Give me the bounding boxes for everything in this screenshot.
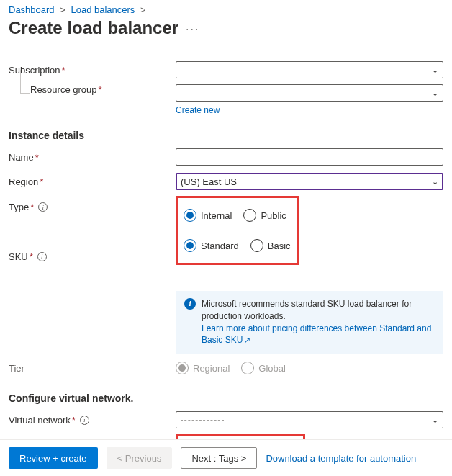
name-label: Name: [9, 152, 34, 163]
type-radio-public[interactable]: Public: [243, 209, 286, 222]
type-radio-internal[interactable]: Internal: [184, 209, 232, 222]
info-icon: i: [184, 298, 196, 310]
create-new-link[interactable]: Create new: [176, 105, 220, 115]
wizard-footer: Review + create < Previous Next : Tags >…: [0, 439, 452, 476]
info-icon[interactable]: i: [37, 252, 47, 261]
breadcrumb-load-balancers[interactable]: Load balancers: [71, 4, 135, 15]
download-template-link[interactable]: Download a template for automation: [266, 453, 416, 464]
review-create-button[interactable]: Review + create: [9, 447, 98, 469]
virtual-network-select[interactable]: ⌄: [176, 411, 443, 428]
sku-radio-group: Standard Basic: [184, 239, 291, 252]
tier-radio-group: Regional Global: [176, 362, 443, 374]
configure-vnet-heading: Configure virtual network.: [9, 392, 443, 404]
type-label: Type: [9, 202, 29, 212]
chevron-right-icon: >: [60, 4, 65, 15]
sku-radio-basic[interactable]: Basic: [250, 239, 291, 252]
info-icon[interactable]: i: [38, 202, 48, 212]
callout-text: Microsoft recommends standard SKU load b…: [202, 298, 435, 323]
highlight-type-sku: Internal Public Standard: [176, 196, 299, 265]
chevron-right-icon: >: [140, 4, 146, 15]
chevron-down-icon: ⌄: [432, 89, 438, 98]
breadcrumb: Dashboard > Load balancers >: [9, 0, 443, 17]
instance-details-heading: Instance details: [9, 130, 443, 141]
page-title: Create load balancer: [9, 18, 178, 38]
chevron-down-icon: ⌄: [432, 66, 438, 75]
subscription-select[interactable]: ⌄: [176, 61, 443, 78]
chevron-down-icon: ⌄: [432, 416, 438, 425]
name-input[interactable]: [176, 148, 443, 166]
subscription-label: Subscription: [9, 65, 60, 76]
chevron-down-icon: ⌄: [432, 177, 438, 187]
region-select[interactable]: (US) East US ⌄: [176, 173, 443, 190]
tier-radio-regional: Regional: [176, 362, 230, 374]
callout-link[interactable]: Learn more about pricing differences bet…: [202, 323, 431, 346]
breadcrumb-dashboard[interactable]: Dashboard: [9, 4, 55, 15]
sku-recommendation-callout: i Microsoft recommends standard SKU load…: [176, 291, 443, 354]
more-actions-icon[interactable]: ···: [186, 23, 199, 36]
next-button[interactable]: Next : Tags >: [181, 447, 257, 469]
type-radio-group: Internal Public: [184, 209, 286, 222]
region-label: Region: [9, 176, 38, 187]
tier-radio-global: Global: [241, 362, 286, 374]
tier-label: Tier: [9, 363, 24, 374]
previous-button: < Previous: [107, 447, 173, 469]
external-link-icon: ↗: [244, 336, 250, 344]
sku-radio-standard[interactable]: Standard: [184, 239, 239, 252]
resource-group-select[interactable]: ⌄: [176, 84, 443, 102]
info-icon[interactable]: i: [80, 416, 89, 425]
virtual-network-label: Virtual network: [9, 415, 71, 426]
